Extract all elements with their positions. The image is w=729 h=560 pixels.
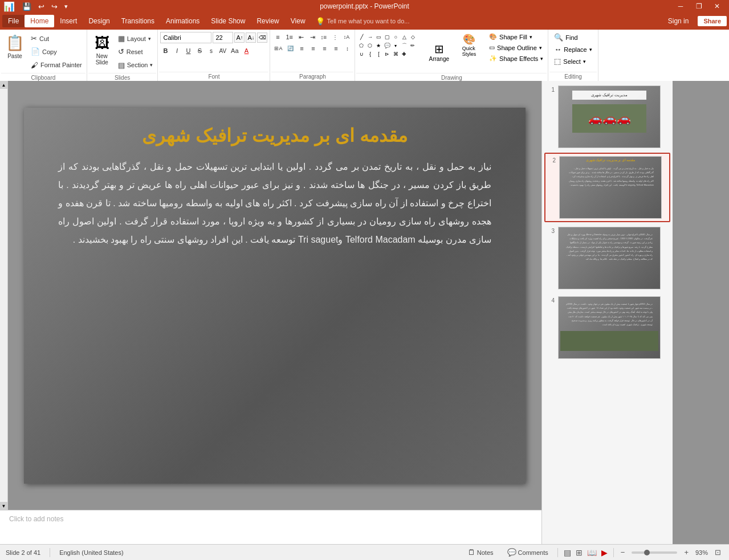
line-spacing-button[interactable]: ↕: [342, 43, 352, 54]
shape-pentagon[interactable]: ⬠: [357, 42, 365, 50]
align-center-button[interactable]: ≡: [308, 43, 318, 54]
customize-btn[interactable]: ▾: [63, 2, 70, 11]
shape-brace[interactable]: {: [366, 50, 374, 58]
slide-show-button[interactable]: ▶: [600, 547, 609, 558]
shape-triangle[interactable]: △: [400, 33, 408, 41]
reading-view-button[interactable]: 📖: [586, 547, 598, 558]
align-left-button[interactable]: ≡: [296, 43, 307, 54]
shape-freeform[interactable]: ✏: [409, 42, 417, 50]
zoom-in-button[interactable]: +: [682, 547, 691, 558]
copy-button[interactable]: 📄 Copy: [28, 46, 84, 57]
font-spacing-button[interactable]: AV: [217, 46, 228, 56]
menu-insert[interactable]: Insert: [54, 15, 83, 27]
italic-button[interactable]: I: [172, 46, 182, 56]
align-text-button[interactable]: ⊞A: [272, 43, 284, 54]
shape-curve[interactable]: ⌒: [400, 42, 408, 50]
section-button[interactable]: ▤ Section ▾: [116, 60, 156, 71]
format-painter-button[interactable]: 🖌 Format Painter: [28, 60, 84, 71]
shape-diamond[interactable]: ◇: [409, 33, 417, 41]
normal-view-button[interactable]: ▤: [563, 547, 572, 558]
slide-sorter-button[interactable]: ⊞: [575, 547, 584, 558]
menu-review[interactable]: Review: [251, 15, 284, 27]
reset-button[interactable]: ↺ Reset: [116, 46, 156, 57]
select-button[interactable]: ⬚ Select ▾: [551, 56, 595, 67]
cut-button[interactable]: ✂ Cut: [28, 33, 84, 44]
zoom-out-button[interactable]: −: [618, 547, 628, 558]
notes-area[interactable]: Click to add notes: [0, 510, 541, 544]
notes-button[interactable]: 🗒 Notes: [463, 547, 498, 558]
menu-view[interactable]: View: [285, 15, 311, 27]
shape-chevron[interactable]: ⊳: [383, 50, 391, 58]
change-case-button[interactable]: Aa: [229, 46, 240, 56]
menu-design[interactable]: Design: [83, 15, 115, 27]
menu-animations[interactable]: Animations: [160, 15, 205, 27]
arrange-button[interactable]: ⊞ Arrange: [426, 41, 451, 63]
shape-hexagon[interactable]: ⬡: [366, 42, 374, 50]
slide-area[interactable]: مقدمه ای بر مدیریت ترافیک شهری نیاز به ح…: [8, 81, 541, 510]
font-grow-button[interactable]: A↑: [234, 32, 245, 43]
menu-home[interactable]: Home: [25, 15, 54, 27]
font-name-input[interactable]: [160, 32, 211, 43]
fit-slide-button[interactable]: ⊡: [712, 547, 723, 558]
shape-fill-button[interactable]: 🎨 Shape Fill ▾: [487, 32, 545, 42]
thumbnail-item-2[interactable]: 2 مقدمه ای بر مدیریت ترافیک شهری نیاز به…: [544, 153, 670, 222]
decrease-indent-button[interactable]: ⇤: [296, 32, 306, 42]
smart-art-button[interactable]: ↕≡: [319, 32, 329, 42]
menu-transitions[interactable]: Transitions: [116, 15, 160, 27]
scroll-down-button[interactable]: ▼: [0, 502, 8, 510]
clear-format-button[interactable]: ⌫: [257, 32, 267, 43]
share-button[interactable]: Share: [698, 16, 727, 26]
find-button[interactable]: 🔍 Find: [551, 32, 595, 43]
comments-button[interactable]: 💬 Comments: [503, 547, 553, 558]
save-btn[interactable]: 💾: [21, 1, 33, 12]
new-slide-button[interactable]: 🖼 New Slide: [89, 32, 115, 68]
shape-bracket[interactable]: [: [374, 50, 382, 58]
columns-button[interactable]: ⋮: [330, 32, 340, 42]
shape-effects-button[interactable]: ✨ Shape Effects ▾: [487, 54, 545, 63]
shape-outline-button[interactable]: ▭ Shape Outline ▾: [487, 43, 545, 52]
paste-button[interactable]: 📋 Paste: [2, 32, 27, 62]
shape-oval[interactable]: ○: [392, 33, 400, 41]
sign-in-button[interactable]: Sign in: [663, 15, 694, 27]
increase-indent-button[interactable]: ⇥: [307, 32, 317, 42]
bullets-button[interactable]: ≡: [272, 32, 283, 42]
quick-styles-button[interactable]: 🎨 Quick Styles: [455, 32, 483, 58]
shape-more[interactable]: ▾: [392, 42, 400, 50]
close-button[interactable]: ✕: [708, 1, 726, 11]
minimize-button[interactable]: ─: [672, 1, 689, 11]
text-direction-button[interactable]: ↕A: [341, 32, 352, 42]
redo-btn[interactable]: ↪: [50, 1, 59, 12]
shape-arrow[interactable]: →: [366, 33, 374, 41]
search-box[interactable]: Tell me what you want to do...: [327, 18, 410, 24]
shadow-button[interactable]: s: [206, 46, 216, 56]
numbering-button[interactable]: 1≡: [284, 32, 295, 42]
thumbnail-item-1[interactable]: 1 مدیریت ترافیک شهری 🚗🚗🚗: [544, 83, 670, 150]
align-right-button[interactable]: ≡: [319, 43, 329, 54]
shape-callout[interactable]: 💬: [383, 42, 391, 50]
convert-smartart-button[interactable]: 🔄: [285, 43, 295, 54]
font-color-button[interactable]: A: [242, 46, 252, 56]
layout-button[interactable]: ▦ Layout ▾: [116, 33, 156, 44]
strikethrough-button[interactable]: S: [194, 46, 205, 56]
font-shrink-button[interactable]: A↓: [246, 32, 256, 43]
scroll-up-button[interactable]: ▲: [0, 81, 8, 89]
undo-btn[interactable]: ↩: [36, 1, 46, 12]
shape-arc[interactable]: ∪: [357, 50, 365, 58]
restore-button[interactable]: ❐: [690, 1, 707, 11]
bold-button[interactable]: B: [160, 46, 170, 56]
font-size-input[interactable]: [213, 32, 233, 43]
justify-button[interactable]: ≡: [331, 43, 341, 54]
shape-round-rect[interactable]: ▢: [383, 33, 391, 41]
shape-cross[interactable]: ✚: [400, 50, 408, 58]
shape-rect[interactable]: ▭: [374, 33, 382, 41]
zoom-slider[interactable]: [632, 551, 677, 554]
shape-ribbon[interactable]: ⌘: [392, 50, 400, 58]
shape-star[interactable]: ★: [374, 42, 382, 50]
menu-slideshow[interactable]: Slide Show: [205, 15, 251, 27]
underline-button[interactable]: U: [183, 46, 193, 56]
thumbnail-item-4[interactable]: 4 در سال 1950م چهار شهر با جمعیت بیش از …: [544, 294, 670, 361]
shape-line[interactable]: ╱: [357, 33, 365, 41]
thumbnail-item-3[interactable]: 3 در سال 1840م با اجراع جهانی دوین سیار …: [544, 224, 670, 292]
replace-button[interactable]: ↔ Replace ▾: [551, 44, 595, 55]
menu-file[interactable]: File: [2, 15, 25, 27]
